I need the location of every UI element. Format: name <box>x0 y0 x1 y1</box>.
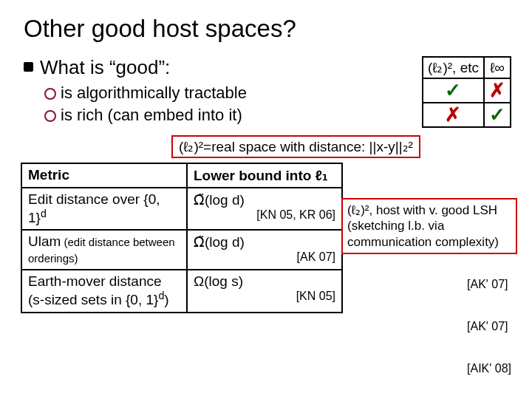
side-citations: [AK' 07] [AK' 07] [AIK' 08] <box>467 277 511 399</box>
citation: [KN 05, KR 06] <box>194 208 335 222</box>
grid-header-2: ℓ∞ <box>484 57 511 78</box>
bullet-sub-1: is algorithmically tractable <box>24 83 422 103</box>
check-icon: ✓ <box>489 103 505 126</box>
side-citation: [AIK' 08] <box>467 361 511 375</box>
bullet-sub-2: is rich (can embed into it) <box>24 106 422 125</box>
definition-box: (ℓ₂)²=real space with distance: ||x-y||₂… <box>171 135 420 158</box>
side-citation: [AK' 07] <box>467 319 511 333</box>
results-table: Metric Lower bound into ℓ₁ Edit distance… <box>21 163 343 313</box>
table-header-metric: Metric <box>21 163 187 188</box>
side-note-box: (ℓ₂)², host with v. good LSH (sketching … <box>341 198 517 254</box>
slide-title: Other good host spaces? <box>24 15 511 43</box>
criteria-grid: (ℓ₂)², etc ℓ∞ ✓ ✗ ✗ ✓ <box>422 56 511 128</box>
citation: [AK 07] <box>194 250 335 264</box>
citation: [KN 05] <box>194 290 335 303</box>
table-row: Earth-mover distance (s-sized sets in {0… <box>21 270 342 312</box>
table-row: Ulam (edit distance between orderings) Ω… <box>21 230 342 270</box>
bullet-main: What is “good”: <box>24 56 422 79</box>
cross-icon: ✗ <box>489 79 505 101</box>
check-icon: ✓ <box>445 79 461 101</box>
cross-icon: ✗ <box>445 103 461 126</box>
table-header-bound: Lower bound into ℓ₁ <box>187 163 342 188</box>
side-citation: [AK' 07] <box>467 277 511 291</box>
table-row: Edit distance over {0, 1}d Ω̃(log d) [KN… <box>21 188 342 230</box>
grid-header-1: (ℓ₂)², etc <box>423 57 484 78</box>
